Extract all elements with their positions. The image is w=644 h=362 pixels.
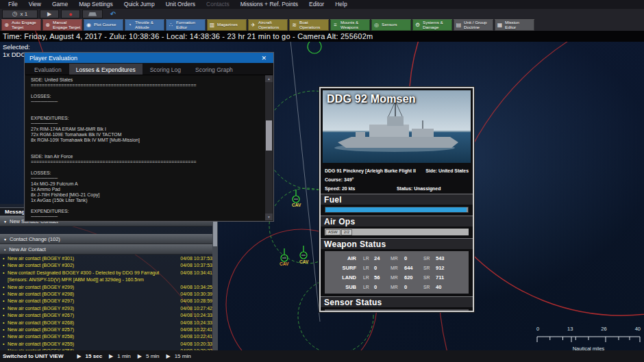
log-entry-text: New air contact (BOGEY #267) bbox=[8, 312, 175, 319]
toolbar-button-auto-engage-target[interactable]: ⊕Auto Engage Target bbox=[1, 19, 41, 31]
ship-view-button[interactable] bbox=[82, 10, 103, 18]
scrollbar-thumb[interactable] bbox=[266, 120, 272, 151]
speed-option-1-min[interactable]: 1 min bbox=[117, 353, 131, 359]
log-entry-text: New air contact (BOGEY #268) bbox=[8, 320, 175, 326]
toolbar-button-magazines[interactable]: ▥Magazines bbox=[207, 19, 247, 31]
menu-item-view[interactable]: View bbox=[23, 0, 47, 9]
menu-item-file[interactable]: File bbox=[3, 0, 23, 9]
weapon-value-lr: 56 bbox=[374, 274, 391, 281]
tab-scoring-log[interactable]: Scoring Log bbox=[143, 64, 188, 75]
log-entry[interactable]: •New air contact (BOGEY #255)04/08 10:20… bbox=[3, 341, 212, 348]
unit-symbol[interactable] bbox=[293, 190, 299, 203]
record-button[interactable]: ● bbox=[61, 10, 80, 18]
weapon-value-lr: 0 bbox=[374, 265, 391, 271]
menu-item-missions-ref-points[interactable]: Missions + Ref. Points bbox=[235, 0, 304, 9]
toolbar-button-systems-damage[interactable]: ⚙Systems & Damage bbox=[412, 19, 452, 31]
log-entry[interactable]: •New air contact (BOGEY #301)04/08 10:37… bbox=[3, 255, 212, 262]
unit-symbol[interactable] bbox=[300, 246, 307, 259]
time-compression-control[interactable]: ◷ x 1 bbox=[2, 10, 38, 18]
toolbar-button-mounts-weapons[interactable]: ≡Mounts & Weapons bbox=[330, 19, 370, 31]
log-entry-time: 04/08 10:24:33 bbox=[175, 312, 212, 319]
weapon-value-sr: 543 bbox=[436, 255, 454, 261]
speed-option-5-min[interactable]: 5 min bbox=[146, 353, 160, 359]
tab-evaluation[interactable]: Evaluation bbox=[27, 64, 69, 75]
dialog-tabs: EvaluationLosses & ExpendituresScoring L… bbox=[25, 63, 273, 75]
weapon-value-mr: 620 bbox=[404, 274, 423, 281]
sensor-status-strip: RADARSONAROECM bbox=[325, 309, 469, 312]
log-group-contact-change-102[interactable]: ▾Contact Change (102) bbox=[0, 234, 212, 244]
log-entry-time: 04/08 10:37:53 bbox=[175, 255, 212, 262]
log-entry[interactable]: •New air contact (BOGEY #302)04/08 10:37… bbox=[3, 262, 212, 269]
log-entry[interactable]: •New air contact (BOGEY #299)04/08 10:34… bbox=[3, 284, 212, 291]
undo-button[interactable]: ↶ bbox=[105, 10, 121, 18]
weapon-value-sr: 40 bbox=[436, 284, 454, 290]
sensor-toggle-sonar[interactable]: SONAR bbox=[390, 311, 407, 313]
sensor-icon: ◎ bbox=[373, 22, 380, 28]
toolbar-button-throttle-altitude[interactable]: ◔Throttle & Altitude bbox=[125, 19, 164, 31]
tab-losses-expenditures[interactable]: Losses & Expenditures bbox=[69, 64, 143, 75]
log-entry-time: 04/08 10:22:41 bbox=[175, 333, 212, 340]
play-icon: ▶ bbox=[47, 11, 51, 17]
toolbar-button-label: Mounts & Weapons bbox=[340, 21, 358, 29]
speed-option-15-sec[interactable]: 15 sec bbox=[86, 353, 102, 359]
scroll-up-icon[interactable]: ▲ bbox=[265, 75, 273, 82]
log-entry-text: New air contact (BOGEY #302) bbox=[8, 262, 175, 269]
log-entry-text: New air contact (BOGEY #301) bbox=[8, 255, 175, 262]
doctrine-icon: ▤ bbox=[456, 22, 462, 28]
menu-item-help[interactable]: Help bbox=[330, 0, 352, 9]
toolbar-button-unit-group-doctrine[interactable]: ▤Unit / Group Doctrine bbox=[454, 19, 493, 31]
toolbar-button-sensors[interactable]: ◎Sensors bbox=[371, 19, 411, 31]
menu-item-game[interactable]: Game bbox=[47, 0, 73, 9]
toolbar-button-label: Mission Editor bbox=[505, 21, 519, 29]
message-log: Message Log ▾New Surface Contact▾Contact… bbox=[0, 204, 218, 350]
log-entry-time: 04/08 10:27:42 bbox=[175, 305, 212, 312]
tab-scoring-graph[interactable]: Scoring Graph bbox=[188, 64, 240, 75]
dialog-titlebar[interactable]: Player Evaluation ✕ bbox=[25, 53, 273, 63]
record-icon: ● bbox=[69, 11, 72, 18]
status-message: Switched to UNIT VIEW bbox=[3, 353, 63, 359]
ship-view-icon bbox=[88, 12, 97, 16]
sensor-toggle-radar[interactable]: RADAR bbox=[345, 311, 362, 313]
menu-item-quick-jump[interactable]: Quick Jump bbox=[119, 0, 160, 9]
toolbar-button-formation-editor[interactable]: ∴Formation Editor bbox=[166, 19, 206, 31]
fuel-gauge bbox=[325, 207, 469, 213]
log-entry[interactable]: •New air contact (BOGEY #267)04/08 10:24… bbox=[3, 312, 212, 319]
course-line bbox=[290, 42, 320, 322]
menu-item-unit-orders[interactable]: Unit Orders bbox=[160, 0, 201, 9]
mounts-icon: ≡ bbox=[332, 22, 338, 28]
gear-icon: ⚙ bbox=[414, 22, 421, 28]
log-entry[interactable]: •New air contact (BOGEY #297)04/08 10:28… bbox=[3, 298, 212, 305]
log-entry-text: New air contact (BOGEY #255) bbox=[8, 341, 175, 348]
log-entry[interactable]: •New contact! Designated BOGEY #300 - De… bbox=[3, 270, 212, 284]
menu-item-contacts[interactable]: Contacts bbox=[201, 0, 235, 9]
play-button[interactable]: ▶ bbox=[40, 10, 59, 18]
menu-item-editor[interactable]: Editor bbox=[304, 0, 330, 9]
scale-tick-labels: 0132640 bbox=[536, 326, 641, 333]
log-entry[interactable]: •New air contact (BOGEY #293)04/08 10:27… bbox=[3, 305, 212, 312]
sensor-toggle-oecm[interactable]: OECM bbox=[435, 311, 449, 313]
toolbar-button-plot-course[interactable]: ◉Plot Course bbox=[84, 19, 123, 31]
bullet-icon: • bbox=[3, 255, 8, 262]
scale-ruler bbox=[536, 336, 641, 342]
log-entry[interactable]: •New air contact (BOGEY #258)04/08 10:22… bbox=[3, 333, 212, 340]
message-log-scrollbar[interactable] bbox=[212, 213, 218, 350]
weapon-col-label-lr: LR bbox=[363, 266, 374, 270]
scroll-down-icon[interactable]: ▼ bbox=[265, 214, 273, 220]
log-entry[interactable]: •New air contact (BOGEY #257)04/08 10:22… bbox=[3, 326, 212, 333]
speed-option-15-min[interactable]: 15 min bbox=[175, 353, 191, 359]
dialog-scrollbar[interactable]: ▲ ▼ bbox=[265, 75, 273, 220]
log-entry-time: 04/08 10:24:33 bbox=[175, 320, 212, 326]
bullet-icon: • bbox=[3, 326, 8, 333]
log-entry[interactable]: •New air contact (BOGEY #268)04/08 10:24… bbox=[3, 320, 212, 326]
unit-symbol[interactable] bbox=[281, 248, 288, 261]
menu-item-map-settings[interactable]: Map Settings bbox=[73, 0, 119, 9]
toolbar-button-boat-operations[interactable]: ≋Boat Operations bbox=[289, 19, 329, 31]
magazine-icon: ▥ bbox=[209, 22, 215, 28]
toolbar-button-mission-editor[interactable]: ▦Mission Editor bbox=[495, 19, 534, 31]
close-icon[interactable]: ✕ bbox=[259, 55, 269, 62]
toolbar-button-aircraft-operations[interactable]: ✈Aircraft Operations bbox=[248, 19, 288, 31]
air-ops-bar[interactable]: ASW2/2 bbox=[325, 229, 469, 235]
log-entry[interactable]: •New air contact (BOGEY #298)04/08 10:30… bbox=[3, 291, 212, 298]
toolbar-button-manual-engage-target[interactable]: ⊗Manual Engage Target bbox=[42, 19, 82, 31]
log-group-new-air-contact[interactable]: ▪New Air Contact bbox=[0, 244, 212, 255]
